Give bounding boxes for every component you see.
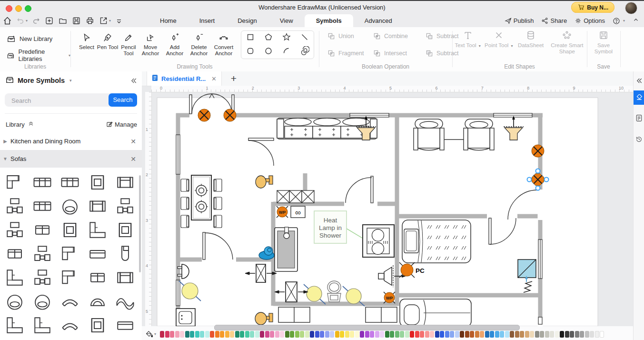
publish-button[interactable]: Publish [505, 17, 534, 24]
palette-swatch[interactable] [250, 331, 254, 338]
palette-swatch[interactable] [235, 331, 239, 338]
symbol-sofa-set[interactable] [1, 194, 29, 218]
palette-swatch[interactable] [495, 331, 499, 338]
toilet[interactable] [327, 281, 341, 302]
symbol-bench[interactable] [84, 242, 111, 266]
palette-swatch[interactable] [210, 331, 214, 338]
symbol-three-seat[interactable] [56, 170, 84, 194]
symbol-armchair[interactable] [56, 218, 84, 242]
palette-swatch[interactable] [305, 331, 309, 338]
print-button[interactable] [85, 16, 95, 25]
palette-swatch[interactable] [220, 331, 224, 338]
new-document-button[interactable] [45, 16, 54, 25]
symbol-l-sectional[interactable] [1, 170, 29, 194]
history-panel-button[interactable] [635, 136, 643, 145]
help-button[interactable]: ▾ [613, 17, 625, 25]
home-button[interactable] [3, 16, 12, 25]
palette-swatch[interactable] [260, 331, 264, 338]
redo-button[interactable] [32, 17, 40, 25]
palette-swatch[interactable] [205, 331, 209, 338]
palette-swatch[interactable] [440, 331, 444, 338]
tab-design[interactable]: Design [226, 14, 268, 27]
union-button[interactable]: Union [327, 31, 373, 41]
export-caret[interactable]: ▾ [109, 19, 111, 23]
symbol-bench[interactable] [111, 313, 139, 337]
palette-swatch[interactable] [465, 331, 469, 338]
symbol-round-chair[interactable] [29, 290, 56, 313]
save-button[interactable] [72, 16, 81, 25]
bed-bottom[interactable] [400, 299, 471, 326]
symbol-loveseat[interactable] [1, 242, 29, 266]
ceiling-light-symbol[interactable] [224, 109, 236, 121]
palette-swatch[interactable] [230, 331, 234, 338]
floor-plan-canvas[interactable]: WP ∞ Heat Lamp in Shower [151, 92, 633, 326]
waterproof-light-symbol[interactable]: WP [384, 292, 395, 303]
palette-swatch[interactable] [240, 331, 244, 338]
symbol-armchair[interactable] [84, 170, 111, 194]
palette-swatch[interactable] [405, 331, 409, 338]
symbol-wing-chair[interactable] [84, 194, 111, 218]
horizontal-scrollbar[interactable] [214, 325, 520, 330]
delete-anchor-button[interactable]: Delete Anchor [187, 33, 211, 57]
undo-button[interactable]: ▾ [16, 17, 28, 25]
palette-swatch[interactable] [480, 331, 484, 338]
palette-swatch[interactable] [460, 331, 464, 338]
move-anchor-button[interactable]: Move Anchor [138, 33, 163, 57]
ceiling-light-symbol[interactable] [532, 145, 544, 157]
palette-swatch[interactable] [375, 331, 379, 338]
square-shape-button[interactable] [246, 32, 255, 44]
palette-swatch[interactable] [170, 331, 174, 338]
sidebar-scrollbar[interactable] [139, 175, 141, 272]
symbol-three-seat[interactable] [29, 194, 56, 218]
add-anchor-button[interactable]: Add Anchor [162, 33, 187, 57]
circle-shape-button[interactable] [264, 46, 273, 58]
predefine-libraries-button[interactable]: Predefine Libraries▾ [0, 50, 70, 61]
text-tool-button[interactable]: Text Tool ▾ [453, 30, 483, 55]
palette-swatch[interactable] [300, 331, 304, 338]
palette-swatch[interactable] [470, 331, 474, 338]
palette-swatch[interactable] [515, 331, 519, 338]
symbol-curved-sofa[interactable] [56, 290, 84, 313]
palette-swatch[interactable] [275, 331, 279, 338]
palette-swatch[interactable] [195, 331, 199, 338]
waterproof-light-symbol[interactable]: WP [277, 206, 288, 218]
convert-anchor-button[interactable]: Convert Anchor [211, 33, 236, 57]
palette-swatch[interactable] [255, 331, 259, 338]
library-group-kitchen[interactable]: ▶ Kitchen and Dining Room ✕ [0, 132, 142, 150]
symbol-serpentine-sofa[interactable] [111, 290, 139, 313]
buy-now-button[interactable]: Buy N... [571, 2, 614, 13]
appliance[interactable] [176, 309, 195, 326]
palette-swatch[interactable] [545, 331, 549, 338]
expand-right-panel-icon[interactable] [635, 77, 643, 86]
symbol-three-seat[interactable] [29, 170, 56, 194]
palette-swatch[interactable] [425, 331, 429, 338]
palette-swatch[interactable] [420, 331, 424, 338]
symbol-curved-sofa[interactable] [56, 313, 84, 337]
palette-swatch[interactable] [190, 331, 194, 338]
palette-swatch[interactable] [295, 331, 299, 338]
palette-swatch[interactable] [400, 331, 404, 338]
palette-swatch[interactable] [265, 331, 269, 338]
palette-swatch[interactable] [325, 331, 329, 338]
palette-swatch[interactable] [335, 331, 339, 338]
options-button[interactable]: Options [575, 17, 605, 24]
palette-swatch[interactable] [245, 331, 249, 338]
symbol-l-sectional[interactable] [56, 266, 84, 290]
palette-swatch[interactable] [485, 331, 489, 338]
palette-swatch[interactable] [185, 331, 189, 338]
combine-button[interactable]: Combine [373, 31, 426, 41]
fragment-button[interactable]: Fragment [327, 48, 373, 59]
palette-swatch[interactable] [340, 331, 344, 338]
palette-swatch[interactable] [535, 331, 539, 338]
symbol-armchair[interactable] [111, 218, 139, 242]
palette-swatch[interactable] [555, 331, 559, 338]
palette-swatch[interactable] [430, 331, 434, 338]
manage-libraries-button[interactable]: Manage [106, 121, 137, 128]
line-shape-button[interactable] [300, 32, 309, 44]
palette-swatch[interactable] [290, 331, 294, 338]
palette-swatch[interactable] [390, 331, 394, 338]
palette-swatch[interactable] [285, 331, 289, 338]
search-button[interactable]: Search [109, 93, 137, 107]
search-input[interactable] [10, 93, 103, 108]
palette-swatch[interactable] [600, 331, 604, 338]
